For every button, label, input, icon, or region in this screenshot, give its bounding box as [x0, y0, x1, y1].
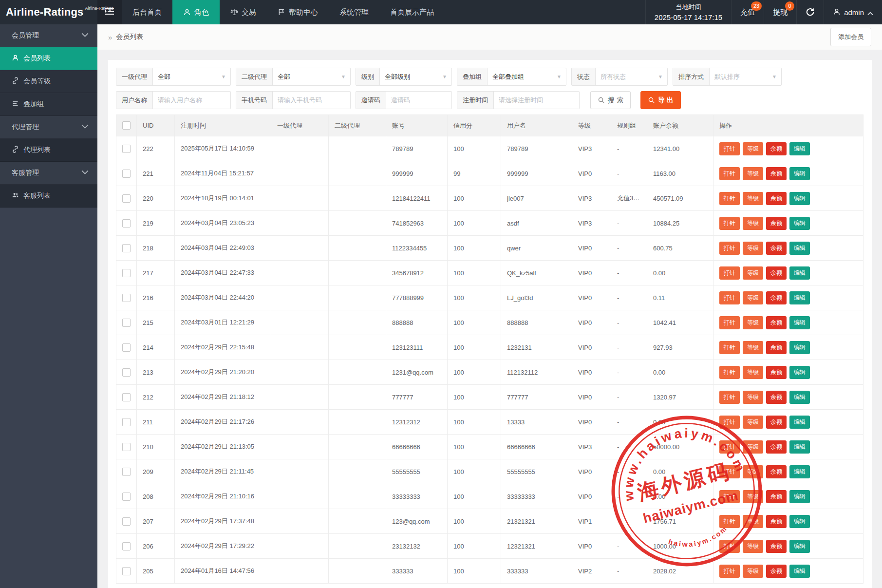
action-edit-button[interactable]: 编辑 — [789, 242, 810, 255]
action-edit-button[interactable]: 编辑 — [789, 316, 810, 329]
action-level-button[interactable]: 等级 — [743, 167, 763, 180]
filter-select-二级代理[interactable]: 二级代理 全部 ▼ — [236, 68, 351, 86]
action-level-button[interactable]: 等级 — [743, 416, 763, 429]
topnav-item-系统管理[interactable]: 系统管理 — [329, 0, 379, 24]
filter-select-级别[interactable]: 级别 全部级别 ▼ — [356, 68, 452, 86]
row-checkbox[interactable] — [122, 194, 131, 203]
action-needle-button[interactable]: 打针 — [719, 366, 740, 379]
filter-select-叠加组[interactable]: 叠加组 全部叠加组 ▼ — [457, 68, 566, 86]
action-balance-button[interactable]: 余额 — [766, 316, 787, 329]
action-needle-button[interactable]: 打针 — [719, 391, 740, 404]
row-checkbox[interactable] — [122, 542, 131, 550]
row-checkbox[interactable] — [122, 145, 131, 153]
action-balance-button[interactable]: 余额 — [766, 565, 787, 578]
action-level-button[interactable]: 等级 — [743, 391, 763, 404]
action-edit-button[interactable]: 编辑 — [789, 167, 810, 180]
action-level-button[interactable]: 等级 — [743, 266, 763, 280]
input-注册时间[interactable] — [494, 92, 579, 109]
row-checkbox[interactable] — [122, 418, 131, 426]
action-level-button[interactable]: 等级 — [743, 565, 763, 578]
row-checkbox[interactable] — [122, 294, 131, 302]
action-balance-button[interactable]: 余额 — [766, 217, 787, 230]
row-checkbox[interactable] — [122, 468, 131, 476]
action-edit-button[interactable]: 编辑 — [789, 266, 810, 280]
action-needle-button[interactable]: 打针 — [719, 167, 740, 180]
action-balance-button[interactable]: 余额 — [766, 465, 787, 478]
action-needle-button[interactable]: 打针 — [719, 515, 740, 528]
filter-select-排序方式[interactable]: 排序方式 默认排序 ▼ — [673, 68, 782, 86]
action-needle-button[interactable]: 打针 — [719, 142, 740, 155]
action-balance-button[interactable]: 余额 — [766, 167, 787, 180]
action-needle-button[interactable]: 打针 — [719, 465, 740, 478]
action-needle-button[interactable]: 打针 — [719, 440, 740, 454]
action-needle-button[interactable]: 打针 — [719, 490, 740, 503]
topnav-item-首页展示产品[interactable]: 首页展示产品 — [379, 0, 445, 24]
action-balance-button[interactable]: 余额 — [766, 291, 787, 304]
action-balance-button[interactable]: 余额 — [766, 242, 787, 255]
refresh-button[interactable] — [796, 0, 824, 24]
search-button[interactable]: 搜 索 — [590, 91, 631, 109]
row-checkbox[interactable] — [122, 170, 131, 178]
row-checkbox[interactable] — [122, 219, 131, 228]
action-level-button[interactable]: 等级 — [743, 192, 763, 205]
action-edit-button[interactable]: 编辑 — [789, 192, 810, 205]
row-checkbox[interactable] — [122, 343, 131, 352]
filter-select-一级代理[interactable]: 一级代理 全部 ▼ — [116, 68, 231, 86]
action-edit-button[interactable]: 编辑 — [789, 515, 810, 528]
action-needle-button[interactable]: 打针 — [719, 192, 740, 205]
action-level-button[interactable]: 等级 — [743, 217, 763, 230]
action-needle-button[interactable]: 打针 — [719, 266, 740, 280]
action-level-button[interactable]: 等级 — [743, 142, 763, 155]
action-edit-button[interactable]: 编辑 — [789, 291, 810, 304]
sidebar-toggle-button[interactable] — [97, 0, 122, 24]
action-needle-button[interactable]: 打针 — [719, 316, 740, 329]
action-needle-button[interactable]: 打针 — [719, 291, 740, 304]
add-member-button[interactable]: 添加会员 — [830, 28, 871, 46]
action-level-button[interactable]: 等级 — [743, 515, 763, 528]
action-balance-button[interactable]: 余额 — [766, 515, 787, 528]
action-balance-button[interactable]: 余额 — [766, 192, 787, 205]
action-edit-button[interactable]: 编辑 — [789, 465, 810, 478]
sidebar-item-代理列表[interactable]: 代理列表 — [0, 139, 97, 162]
sidebar-item-客服列表[interactable]: 客服列表 — [0, 185, 97, 208]
action-edit-button[interactable]: 编辑 — [789, 540, 810, 553]
action-edit-button[interactable]: 编辑 — [789, 565, 810, 578]
action-needle-button[interactable]: 打针 — [719, 540, 740, 553]
sidebar-item-会员列表[interactable]: 会员列表 — [0, 47, 97, 70]
recharge-menu-item[interactable]: 充值 23 — [731, 0, 764, 24]
action-balance-button[interactable]: 余额 — [766, 416, 787, 429]
action-balance-button[interactable]: 余额 — [766, 391, 787, 404]
action-balance-button[interactable]: 余额 — [766, 490, 787, 503]
action-edit-button[interactable]: 编辑 — [789, 416, 810, 429]
action-edit-button[interactable]: 编辑 — [789, 341, 810, 354]
action-edit-button[interactable]: 编辑 — [789, 142, 810, 155]
input-邀请码[interactable] — [386, 92, 451, 109]
row-checkbox[interactable] — [122, 443, 131, 451]
action-level-button[interactable]: 等级 — [743, 242, 763, 255]
row-checkbox[interactable] — [122, 319, 131, 327]
topnav-item-后台首页[interactable]: 后台首页 — [122, 0, 172, 24]
action-level-button[interactable]: 等级 — [743, 291, 763, 304]
row-checkbox[interactable] — [122, 517, 131, 526]
action-level-button[interactable]: 等级 — [743, 465, 763, 478]
topnav-item-交易[interactable]: 交易 — [220, 0, 267, 24]
action-edit-button[interactable]: 编辑 — [789, 490, 810, 503]
row-checkbox[interactable] — [122, 269, 131, 277]
action-edit-button[interactable]: 编辑 — [789, 217, 810, 230]
row-checkbox[interactable] — [122, 567, 131, 575]
action-needle-button[interactable]: 打针 — [719, 341, 740, 354]
input-用户名称[interactable] — [153, 92, 230, 109]
action-level-button[interactable]: 等级 — [743, 490, 763, 503]
withdraw-menu-item[interactable]: 提现 0 — [764, 0, 796, 24]
action-edit-button[interactable]: 编辑 — [789, 440, 810, 454]
action-balance-button[interactable]: 余额 — [766, 540, 787, 553]
action-balance-button[interactable]: 余额 — [766, 440, 787, 454]
sidebar-group-客服管理[interactable]: 客服管理 — [0, 162, 97, 185]
action-balance-button[interactable]: 余额 — [766, 366, 787, 379]
select-all-checkbox[interactable] — [122, 121, 131, 130]
sidebar-item-会员等级[interactable]: 会员等级 — [0, 70, 97, 93]
user-menu[interactable]: admin — [824, 0, 882, 24]
action-level-button[interactable]: 等级 — [743, 440, 763, 454]
filter-select-状态[interactable]: 状态 所有状态 ▼ — [571, 68, 668, 86]
action-needle-button[interactable]: 打针 — [719, 416, 740, 429]
